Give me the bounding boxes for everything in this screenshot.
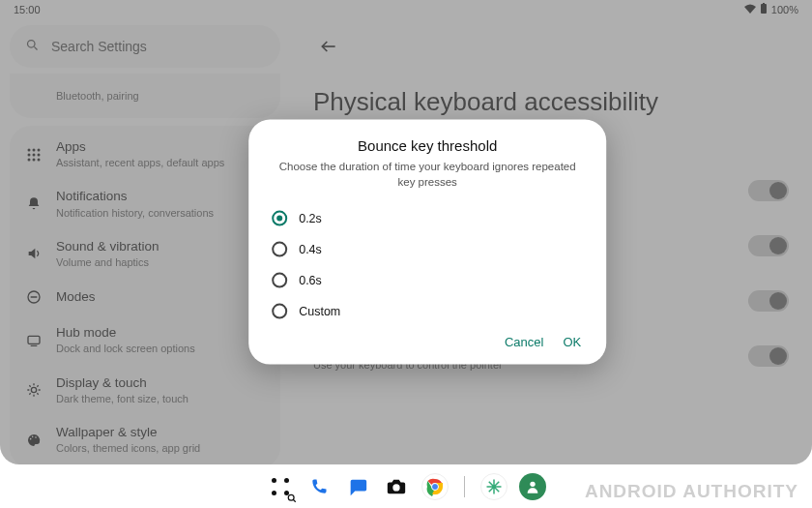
bounce-key-dialog: Bounce key threshold Choose the duration… [248,120,606,365]
radio-label: 0.4s [299,243,322,256]
chrome-app-icon[interactable] [421,473,449,500]
radio-icon [272,242,287,257]
radio-option-2[interactable]: 0.6s [270,265,585,296]
svg-point-36 [530,481,535,486]
dialog-description: Choose the duration of time your keyboar… [277,160,577,190]
radio-label: Custom [299,305,340,318]
launcher-button[interactable] [267,473,294,500]
radio-icon [272,304,287,319]
device-screen: 15:00 100% Search Settings Blue [0,0,812,464]
pinned-app-2-icon[interactable] [519,473,546,500]
radio-label: 0.6s [299,274,322,287]
svg-point-32 [392,484,399,491]
radio-option-0[interactable]: 0.2s [270,203,585,234]
radio-option-1[interactable]: 0.4s [270,234,585,265]
ok-button[interactable]: OK [563,335,581,349]
radio-icon [272,211,287,226]
pinned-app-1-icon[interactable] [480,473,508,500]
camera-app-icon[interactable] [383,473,410,500]
dialog-title: Bounce key threshold [270,137,585,154]
svg-line-31 [293,499,296,502]
radio-icon [272,273,287,288]
svg-point-30 [288,494,294,500]
dock-divider [464,476,465,497]
messages-app-icon[interactable] [344,473,371,500]
phone-app-icon[interactable] [305,473,333,500]
watermark: ANDROID AUTHORITY [585,481,798,502]
radio-option-3[interactable]: Custom [270,296,585,327]
cancel-button[interactable]: Cancel [505,335,543,349]
radio-label: 0.2s [299,212,322,225]
taskbar: ANDROID AUTHORITY [0,464,812,508]
